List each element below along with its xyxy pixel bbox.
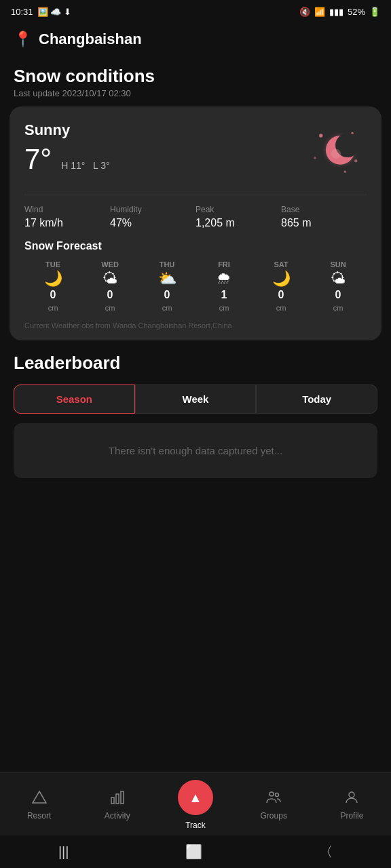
weather-high-low: H 11° L 3°: [61, 160, 109, 171]
forecast-day-name: THU: [160, 260, 175, 269]
leaderboard-tab-season[interactable]: Season: [14, 384, 135, 414]
base-value: 865 m: [281, 217, 367, 229]
system-nav-bar: ||| ⬜ 〈: [0, 835, 391, 868]
forecast-day-tue: TUE 🌙 0 cm: [24, 260, 81, 312]
forecast-title: Snow Forecast: [24, 240, 367, 252]
forecast-row: TUE 🌙 0 cm WED 🌤 0 cm THU ⛅ 0 cm FRI 🌨 1…: [24, 260, 367, 312]
nav-label-resort: Resort: [27, 811, 51, 821]
status-bar: 10:31 🖼️ ☁️ ⬇ 🔇 📶 ▮▮▮ 52% 🔋: [0, 0, 391, 21]
nav-item-track[interactable]: ▲ Track: [156, 780, 234, 830]
wind-value: 17 km/h: [24, 217, 110, 229]
svg-rect-10: [111, 797, 114, 804]
nav-item-resort[interactable]: Resort: [0, 789, 78, 821]
back-button[interactable]: 〈: [319, 843, 333, 861]
status-icons: 🖼️ ☁️ ⬇: [37, 7, 71, 17]
forecast-unit: cm: [276, 304, 286, 312]
weather-temperature: 7°: [24, 143, 52, 176]
nav-item-groups[interactable]: Groups: [235, 789, 313, 821]
location-pin-icon: 📍: [14, 31, 32, 48]
peak-stat: Peak 1,205 m: [196, 205, 281, 229]
forecast-day-name: WED: [101, 260, 119, 269]
nav-label-track: Track: [185, 821, 206, 830]
status-time: 10:31 🖼️ ☁️ ⬇: [11, 7, 71, 17]
nav-label-activity: Activity: [105, 811, 130, 821]
forecast-weather-icon: 🌙: [44, 271, 62, 286]
empty-message: There isn't enough data captured yet...: [109, 445, 282, 456]
track-icon: ▲: [189, 790, 202, 806]
forecast-unit: cm: [219, 304, 229, 312]
forecast-unit: cm: [48, 304, 58, 312]
svg-marker-9: [33, 791, 46, 803]
leaderboard-title: Leaderboard: [14, 353, 377, 374]
forecast-day-name: TUE: [45, 260, 60, 269]
nav-item-profile[interactable]: Profile: [313, 789, 391, 821]
wind-label: Wind: [24, 205, 110, 214]
recent-apps-button[interactable]: |||: [58, 844, 69, 860]
leaderboard-tab-week[interactable]: Week: [135, 384, 257, 414]
header: 📍 Changbaishan: [0, 21, 391, 54]
base-label: Base: [281, 205, 367, 214]
peak-value: 1,205 m: [196, 217, 281, 229]
peak-label: Peak: [196, 205, 281, 214]
svg-point-4: [344, 171, 347, 174]
humidity-value: 47%: [110, 217, 196, 229]
forecast-unit: cm: [105, 304, 115, 312]
forecast-day-sat: SAT 🌙 0 cm: [253, 260, 310, 312]
groups-icon: [265, 789, 282, 808]
last-update-label: Last update 2023/10/17 02:30: [0, 88, 391, 106]
humidity-stat: Humidity 47%: [110, 205, 196, 229]
forecast-day-sun: SUN 🌤 0 cm: [310, 260, 367, 312]
svg-rect-11: [116, 794, 119, 804]
weather-condition: Sunny: [24, 121, 110, 139]
forecast-weather-icon: 🌤: [103, 271, 117, 286]
svg-point-3: [314, 157, 316, 159]
forecast-weather-icon: 🌤: [331, 271, 346, 286]
track-button[interactable]: ▲: [178, 780, 213, 815]
svg-point-13: [269, 792, 274, 796]
svg-point-0: [319, 134, 322, 137]
leaderboard-tab-today[interactable]: Today: [256, 384, 377, 414]
status-indicators: 🔇 📶 ▮▮▮ 52% 🔋: [299, 7, 380, 17]
snow-conditions-title: Snow conditions: [0, 54, 391, 88]
signal-icon: ▮▮▮: [329, 7, 343, 17]
bottom-nav: Resort Activity ▲ Track Groups Profile: [0, 772, 391, 835]
svg-point-8: [331, 149, 341, 159]
home-button[interactable]: ⬜: [185, 844, 202, 860]
forecast-day-fri: FRI 🌨 1 cm: [196, 260, 253, 312]
forecast-amount: 0: [335, 289, 341, 301]
humidity-label: Humidity: [110, 205, 196, 214]
forecast-day-thu: THU ⛅ 0 cm: [138, 260, 196, 312]
wifi-icon: 📶: [314, 7, 325, 17]
time-display: 10:31: [11, 7, 33, 17]
activity-icon: [109, 789, 126, 808]
resort-icon: [31, 789, 48, 808]
leaderboard-tabs: SeasonWeekToday: [14, 384, 377, 414]
nav-label-profile: Profile: [340, 811, 363, 821]
nav-item-activity[interactable]: Activity: [78, 789, 156, 821]
svg-point-14: [276, 793, 279, 797]
base-stat: Base 865 m: [281, 205, 367, 229]
forecast-day-wed: WED 🌤 0 cm: [81, 260, 138, 312]
snow-conditions-section: Snow conditions Last update 2023/10/17 0…: [0, 54, 391, 340]
weather-icon-area: [305, 121, 367, 182]
weather-source: Current Weather obs from Wanda Changbais…: [24, 321, 367, 330]
svg-rect-12: [121, 791, 124, 804]
forecast-day-name: SUN: [330, 260, 346, 269]
weather-stats: Wind 17 km/h Humidity 47% Peak 1,205 m B…: [24, 195, 367, 229]
forecast-unit: cm: [162, 304, 172, 312]
forecast-weather-icon: 🌙: [272, 271, 291, 286]
forecast-day-name: SAT: [274, 260, 288, 269]
forecast-weather-icon: ⛅: [158, 271, 176, 286]
forecast-amount: 0: [164, 289, 170, 301]
leaderboard-empty: There isn't enough data captured yet...: [14, 423, 377, 478]
weather-high: H 11°: [61, 160, 85, 171]
forecast-weather-icon: 🌨: [217, 271, 231, 286]
weather-card: Sunny 7° H 11° L 3°: [10, 106, 381, 340]
location-title: Changbaishan: [39, 31, 142, 48]
forecast-amount: 0: [278, 289, 284, 301]
leaderboard-section: Leaderboard SeasonWeekToday There isn't …: [0, 353, 391, 478]
battery-icon: 🔋: [369, 7, 380, 17]
forecast-day-name: FRI: [218, 260, 230, 269]
wind-stat: Wind 17 km/h: [24, 205, 110, 229]
forecast-amount: 0: [50, 289, 56, 301]
